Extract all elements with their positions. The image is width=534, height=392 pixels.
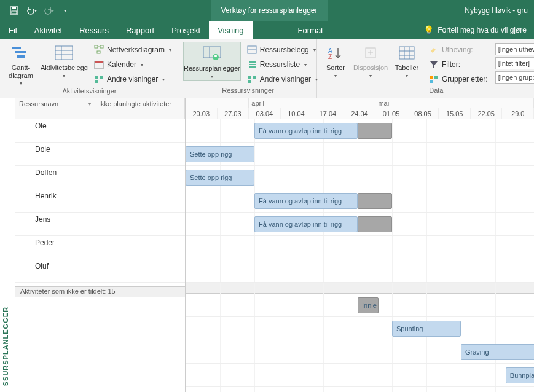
chart-lane[interactable]: Innle (186, 294, 534, 317)
resource-row[interactable]: Peder (15, 236, 185, 259)
chevron-down-icon: ▾ (304, 62, 307, 68)
resource-row[interactable]: Doffen (15, 166, 185, 189)
other-resource-views-button[interactable]: Andre visninger ▾ (243, 73, 321, 86)
calendar-button[interactable]: Kalender ▾ (90, 58, 175, 71)
group-icon (429, 74, 439, 84)
resource-row[interactable]: Dole (15, 143, 185, 166)
svg-rect-29 (253, 76, 256, 79)
col-unplanned[interactable]: Ikke planlagte aktiviteter (95, 98, 185, 119)
tab-format[interactable]: Format (289, 21, 332, 39)
undo-button[interactable]: ▾ (23, 2, 39, 18)
resource-list-pane: Ressursnavn▾ Ikke planlagte aktiviteter … (15, 98, 186, 392)
col-resource-name[interactable]: Ressursnavn▾ (15, 98, 95, 119)
title-bar: ▾ ▾ ▾ Verktøy for ressursplanlegger Nyby… (0, 0, 534, 21)
group-label: Aktivitetsvisninger (0, 87, 179, 98)
task-bar[interactable] (358, 193, 392, 209)
tab-rapport[interactable]: Rapport (117, 21, 163, 39)
date-label: 27.03 (218, 108, 249, 119)
group-label: Data (317, 87, 534, 98)
task-bar[interactable]: Graving (461, 344, 534, 360)
chart-lane[interactable] (186, 259, 534, 283)
resource-usage-button[interactable]: Ressursbelegg ▾ (243, 43, 321, 57)
save-button[interactable] (6, 2, 22, 18)
resource-row[interactable]: Jens (15, 213, 185, 236)
resource-planner-button[interactable]: Ressursplanlegger ▾ (183, 42, 241, 81)
chart-lane[interactable]: Graving (186, 340, 534, 364)
gantt-diagram-button[interactable]: Gantt-diagram ▾ (4, 42, 38, 87)
chevron-down-icon: ▾ (169, 47, 171, 53)
task-bar[interactable]: Spunting (392, 321, 461, 337)
network-icon (94, 45, 104, 55)
outline-button[interactable]: Disposisjon ▾ (353, 42, 388, 80)
svg-rect-16 (95, 76, 98, 79)
svg-rect-15 (95, 61, 103, 63)
svg-rect-23 (248, 46, 256, 53)
chart-lane[interactable]: Få vann og avløp inn til rigg (186, 189, 534, 213)
month-label (186, 98, 249, 108)
chart-lane[interactable]: Få vann og avløp inn til rigg (186, 119, 534, 143)
tell-me-search[interactable]: 💡 Fortell meg hva du vil gjøre (416, 21, 534, 39)
date-label: 10.04 (281, 108, 313, 119)
group-combo[interactable]: [Ingen gruppe▾ (495, 71, 534, 84)
contextual-tool-label: Verktøy for ressursplanlegger (211, 0, 328, 21)
chart-lane[interactable]: Spunting (186, 317, 534, 340)
task-bar[interactable]: Sette opp rigg (186, 146, 254, 162)
qat-customize[interactable]: ▾ (58, 2, 74, 18)
svg-rect-30 (248, 80, 251, 83)
tab-prosjekt[interactable]: Prosjekt (163, 21, 209, 39)
task-bar[interactable]: Få vann og avløp inn til rigg (254, 123, 358, 139)
svg-rect-12 (97, 51, 100, 53)
sort-button[interactable]: AZ Sorter ▾ (321, 42, 350, 80)
highlight-combo[interactable]: [Ingen uthevin▾ (495, 43, 534, 55)
resource-row[interactable]: Oluf (15, 259, 185, 283)
date-label: 20.03 (186, 108, 218, 119)
chart-lane[interactable]: Få vann og avløp inn til rigg (186, 213, 534, 236)
calendar-icon (94, 60, 104, 69)
chart-lane[interactable] (186, 236, 534, 259)
quick-access-toolbar: ▾ ▾ ▾ (0, 2, 74, 18)
tables-button[interactable]: Tabeller ▾ (391, 42, 423, 80)
chart-lane[interactable]: Sette opp rigg (186, 166, 534, 189)
tab-aktivitet[interactable]: Aktivitet (26, 21, 71, 39)
date-label: 22.05 (471, 108, 503, 119)
svg-rect-4 (15, 51, 26, 53)
chevron-down-icon: ▾ (141, 62, 143, 68)
network-diagram-button[interactable]: Nettverksdiagram ▾ (90, 43, 175, 57)
task-bar[interactable]: Sette opp rigg (186, 170, 254, 186)
task-bar[interactable]: Få vann og avløp inn til rigg (254, 216, 358, 232)
tab-visning[interactable]: Visning (209, 21, 252, 39)
task-bar[interactable]: Bunnplate (506, 367, 534, 383)
task-bar[interactable] (358, 123, 392, 139)
chevron-down-icon: ▾ (52, 8, 54, 14)
other-views-button[interactable]: Andre visninger ▾ (90, 73, 175, 86)
tab-ressurs[interactable]: Ressurs (71, 21, 117, 39)
resource-row[interactable]: Ole (15, 119, 185, 143)
task-bar[interactable]: Få vann og avløp inn til rigg (254, 193, 358, 209)
filter-combo[interactable]: [Intet filter]▾ (495, 57, 534, 69)
highlight-icon (429, 45, 439, 55)
chart-lane[interactable]: Sette opp rigg (186, 143, 534, 166)
tab-file[interactable]: Fil (0, 21, 26, 39)
task-bar[interactable]: Innle (358, 297, 379, 313)
redo-button[interactable]: ▾ (41, 2, 57, 18)
unassigned-header[interactable]: Aktiviteter som ikke er tildelt: 15 (15, 286, 185, 297)
svg-rect-6 (55, 46, 73, 60)
svg-rect-42 (434, 76, 438, 79)
chart-lane[interactable]: Bunnplate (186, 364, 534, 387)
filter-label: Filter: (425, 58, 492, 71)
outline-icon (361, 43, 380, 63)
funnel-icon (429, 60, 439, 69)
resource-list-button[interactable]: Ressursliste ▾ (243, 58, 321, 71)
date-label: 17.04 (312, 108, 344, 119)
activity-usage-button[interactable]: Aktivitetsbelegg ▾ (41, 42, 88, 80)
svg-rect-28 (248, 76, 251, 79)
gantt-icon (11, 43, 31, 63)
usage-icon (247, 45, 257, 55)
date-label: 29.0 (502, 108, 534, 119)
chevron-down-icon: ▾ (20, 80, 22, 86)
resource-row[interactable]: Henrik (15, 189, 185, 213)
task-bar[interactable] (358, 216, 392, 232)
svg-rect-2 (12, 11, 17, 14)
gantt-chart[interactable]: Få vann og avløp inn til riggSette opp r… (186, 119, 534, 392)
group-data: AZ Sorter ▾ Disposisjon ▾ Tabeller ▾ Uth… (317, 39, 534, 98)
